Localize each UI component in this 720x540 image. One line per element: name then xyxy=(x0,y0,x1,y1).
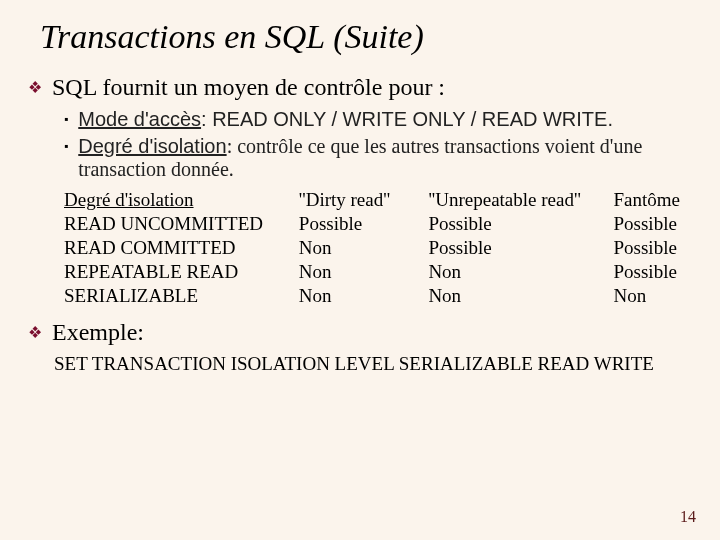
cell-level: SERIALIZABLE xyxy=(64,285,299,309)
cell-dirty: Possible xyxy=(299,213,429,237)
col-header-unrepeatable: ''Unrepeatable read'' xyxy=(428,189,580,210)
table-header-row: Degré d'isolation ''Dirty read'' ''Unrep… xyxy=(64,189,692,213)
cell-level: REPEATABLE READ xyxy=(64,261,299,285)
table-row: SERIALIZABLE Non Non Non xyxy=(64,285,692,309)
square-bullet-icon: ▪ xyxy=(64,135,68,157)
diamond-bullet-icon: ❖ xyxy=(28,319,42,347)
cell-phantom: Possible xyxy=(614,261,693,285)
bullet-example: ❖ Exemple: xyxy=(28,319,692,347)
underlined-term: Mode d'accès xyxy=(78,108,201,130)
sub-bullet-text: Mode d'accès: READ ONLY / WRITE ONLY / R… xyxy=(78,108,613,131)
cell-dirty: Non xyxy=(299,237,429,261)
bullet-text: Exemple: xyxy=(52,319,144,346)
sub-bullet-text: Degré d'isolation: contrôle ce que les a… xyxy=(78,135,692,181)
plain-text: : READ ONLY / WRITE ONLY / READ WRITE. xyxy=(201,108,613,130)
cell-unrepeatable: Non xyxy=(428,261,613,285)
slide: Transactions en SQL (Suite) ❖ SQL fourni… xyxy=(0,0,720,540)
cell-phantom: Possible xyxy=(614,213,693,237)
sub-bullet-access-mode: ▪ Mode d'accès: READ ONLY / WRITE ONLY /… xyxy=(64,108,692,131)
table-row: READ UNCOMMITTED Possible Possible Possi… xyxy=(64,213,692,237)
table-row: READ COMMITTED Non Possible Possible xyxy=(64,237,692,261)
cell-unrepeatable: Non xyxy=(428,285,613,309)
cell-level: READ UNCOMMITTED xyxy=(64,213,299,237)
underlined-term: Degré d'isolation xyxy=(78,135,226,157)
table-row: REPEATABLE READ Non Non Possible xyxy=(64,261,692,285)
page-number: 14 xyxy=(680,508,696,526)
example-sql-statement: SET TRANSACTION ISOLATION LEVEL SERIALIZ… xyxy=(54,353,692,375)
square-bullet-icon: ▪ xyxy=(64,108,68,130)
cell-unrepeatable: Possible xyxy=(428,213,613,237)
slide-title: Transactions en SQL (Suite) xyxy=(40,18,692,56)
bullet-control-intro: ❖ SQL fournit un moyen de contrôle pour … xyxy=(28,74,692,102)
col-header-dirty: ''Dirty read'' xyxy=(299,189,390,210)
col-header-level: Degré d'isolation xyxy=(64,189,194,210)
cell-phantom: Non xyxy=(614,285,693,309)
cell-dirty: Non xyxy=(299,261,429,285)
isolation-levels-table: Degré d'isolation ''Dirty read'' ''Unrep… xyxy=(64,189,692,309)
cell-phantom: Possible xyxy=(614,237,693,261)
col-header-phantom: Fantôme xyxy=(614,189,681,210)
cell-dirty: Non xyxy=(299,285,429,309)
cell-level: READ COMMITTED xyxy=(64,237,299,261)
cell-unrepeatable: Possible xyxy=(428,237,613,261)
bullet-text: SQL fournit un moyen de contrôle pour : xyxy=(52,74,445,101)
diamond-bullet-icon: ❖ xyxy=(28,74,42,102)
sub-bullet-isolation-level: ▪ Degré d'isolation: contrôle ce que les… xyxy=(64,135,692,181)
